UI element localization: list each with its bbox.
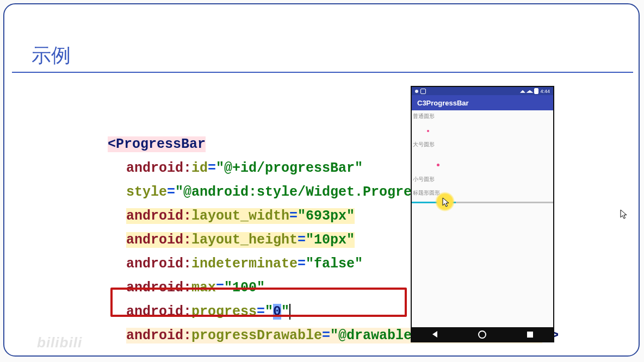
attr-max-name: max bbox=[191, 280, 216, 296]
android-navbar bbox=[412, 327, 553, 341]
attr-id-name: id bbox=[191, 160, 208, 176]
attr-max-ns: android: bbox=[126, 280, 191, 296]
attr-lh-eq: = bbox=[298, 232, 306, 248]
nav-back-icon[interactable] bbox=[432, 331, 437, 338]
app-bar: C3ProgressBar bbox=[412, 95, 553, 110]
attr-ind-name: indeterminate bbox=[191, 256, 298, 272]
slide-title: 示例 bbox=[32, 42, 71, 69]
spinner-dot-2 bbox=[437, 164, 439, 166]
title-divider bbox=[12, 72, 633, 73]
attr-prog-q2: " bbox=[281, 304, 290, 320]
attr-prog-eq: = bbox=[257, 304, 265, 320]
code-tag-open: <ProgressBar bbox=[108, 136, 206, 152]
attr-lw-val: "693px" bbox=[298, 208, 355, 224]
attr-id-eq: = bbox=[208, 160, 216, 176]
wifi-icon bbox=[520, 90, 525, 93]
attr-prog-ns: android: bbox=[126, 304, 191, 320]
status-left bbox=[415, 89, 426, 94]
status-bar: 4:44 bbox=[412, 87, 553, 95]
phone-body: 普通圆形 大号圆形 小号圆形 标题形圆形 bbox=[412, 110, 553, 327]
label-small-circle: 小号圆形 bbox=[413, 176, 435, 183]
nav-home-icon[interactable] bbox=[478, 330, 486, 339]
status-right: 4:44 bbox=[520, 88, 550, 94]
outer-cursor-icon bbox=[620, 209, 629, 220]
signal-icon bbox=[527, 90, 534, 93]
slide-frame: 示例 <ProgressBar android:id="@+id/progres… bbox=[3, 3, 640, 357]
phone-mock: 4:44 C3ProgressBar 普通圆形 大号圆形 小号圆形 标题形圆形 bbox=[411, 86, 554, 342]
attr-style-name: style bbox=[126, 184, 167, 200]
attr-lh-ns: android: bbox=[126, 232, 191, 248]
battery-icon bbox=[534, 88, 538, 94]
attr-ind-val: "false" bbox=[306, 256, 363, 272]
attr-pd-ns: android: bbox=[126, 328, 191, 344]
attr-pd-name: progressDrawable bbox=[191, 328, 322, 344]
label-title-circle: 标题形圆形 bbox=[413, 189, 440, 197]
horizontal-progressbar[interactable] bbox=[412, 202, 553, 203]
attr-id-ns: android: bbox=[126, 160, 191, 176]
status-dot-icon bbox=[415, 90, 418, 93]
attr-lw-eq: = bbox=[289, 208, 298, 224]
attr-lh-name: layout_height bbox=[191, 232, 298, 248]
label-large-circle: 大号圆形 bbox=[413, 141, 435, 148]
status-time: 4:44 bbox=[540, 89, 550, 94]
label-normal-circle: 普通圆形 bbox=[413, 113, 435, 120]
attr-ind-ns: android: bbox=[126, 256, 191, 272]
nav-recent-icon[interactable] bbox=[527, 332, 533, 338]
attr-lw-ns: android: bbox=[126, 208, 191, 224]
attr-ind-eq: = bbox=[298, 256, 306, 272]
attr-prog-q1: " bbox=[265, 304, 273, 320]
attr-max-eq: = bbox=[216, 280, 224, 296]
attr-lh-val: "10px" bbox=[306, 232, 355, 248]
attr-style-eq: = bbox=[167, 184, 175, 200]
app-title: C3ProgressBar bbox=[417, 99, 469, 107]
cursor-icon bbox=[442, 197, 451, 208]
watermark: bilibili bbox=[37, 334, 82, 351]
attr-lw-name: layout_width bbox=[191, 208, 289, 224]
attr-prog-zero: 0 bbox=[273, 304, 281, 320]
attr-max-val: "100" bbox=[224, 280, 265, 296]
attr-id-val: "@+id/progressBar" bbox=[216, 160, 363, 176]
attr-prog-name: progress bbox=[191, 304, 257, 320]
status-card-icon bbox=[420, 89, 426, 94]
spinner-dot-1 bbox=[427, 130, 429, 132]
attr-pd-eq: = bbox=[322, 328, 330, 344]
